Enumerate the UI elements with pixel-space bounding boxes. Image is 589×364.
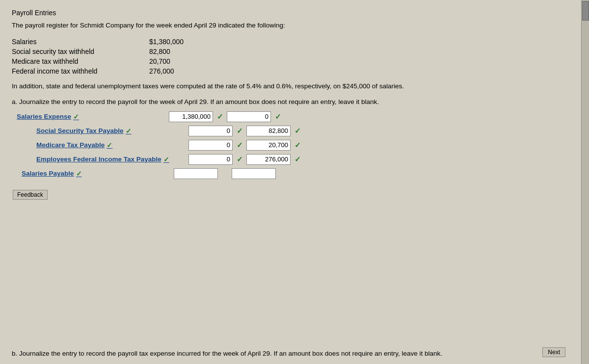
data-value-federal: 276,000 <box>149 67 198 75</box>
additional-info: In addition, state and federal unemploym… <box>12 82 577 91</box>
feedback-button[interactable]: Feedback <box>13 190 48 200</box>
credit-check-medicare-tax: ✓ <box>292 141 303 150</box>
row-inputs-salaries-expense: ✓ ✓ <box>169 111 284 122</box>
account-label-salaries-payable: Salaries Payable ✓ <box>22 170 174 178</box>
row-inputs-medicare-tax: ✓ ✓ <box>188 140 303 151</box>
debit-check-ss-tax: ✓ <box>234 127 245 135</box>
row-inputs-ss-tax: ✓ ✓ <box>188 126 303 136</box>
check-icon-salaries-payable: ✓ <box>76 170 82 178</box>
journal-section: Salaries Expense ✓ ✓ ✓ Social Security T… <box>17 111 577 179</box>
data-value-medicare: 20,700 <box>149 57 198 65</box>
credit-input-medicare-tax[interactable] <box>246 140 291 151</box>
debit-check-salaries-expense: ✓ <box>214 112 226 121</box>
data-label-federal: Federal income tax withheld <box>12 67 149 75</box>
credit-check-ss-tax: ✓ <box>292 127 303 135</box>
data-label-medicare: Medicare tax withheld <box>12 57 149 65</box>
data-row-ss: Social security tax withheld 82,800 <box>12 48 577 55</box>
credit-check-salaries-expense: ✓ <box>272 112 284 121</box>
feedback-container: Feedback <box>12 185 577 200</box>
scrollbar-thumb[interactable] <box>582 1 589 21</box>
credit-input-ss-tax[interactable] <box>246 126 291 136</box>
check-icon-medicare-tax: ✓ <box>107 141 112 149</box>
intro-text: The payroll register for Schmidt Company… <box>12 22 577 29</box>
data-value-ss: 82,800 <box>149 48 198 55</box>
part-a-label: a. Journalize the entry to record the pa… <box>12 98 577 105</box>
data-row-federal: Federal income tax withheld 276,000 <box>12 67 577 75</box>
page-container: Payroll Entries The payroll register for… <box>0 0 589 364</box>
journal-row-medicare-tax: Medicare Tax Payable ✓ ✓ ✓ <box>36 140 577 151</box>
debit-check-fed-income-tax: ✓ <box>234 155 245 164</box>
account-label-salaries-expense: Salaries Expense ✓ <box>17 113 169 121</box>
check-icon-fed-income-tax: ✓ <box>163 156 169 163</box>
data-row-salaries: Salaries $1,380,000 <box>12 38 577 46</box>
account-label-fed-income-tax: Employees Federal Income Tax Payable ✓ <box>36 156 188 163</box>
check-icon-ss-tax: ✓ <box>126 127 132 135</box>
check-icon-salaries-expense: ✓ <box>73 113 79 121</box>
data-label-salaries: Salaries <box>12 38 149 46</box>
debit-input-salaries-expense[interactable] <box>169 111 213 122</box>
debit-input-medicare-tax[interactable] <box>188 140 233 151</box>
row-inputs-salaries-payable <box>174 168 289 179</box>
data-row-medicare: Medicare tax withheld 20,700 <box>12 57 577 65</box>
data-value-salaries: $1,380,000 <box>149 38 198 46</box>
row-inputs-fed-income-tax: ✓ ✓ <box>188 154 303 165</box>
account-label-ss-tax: Social Security Tax Payable ✓ <box>36 127 188 135</box>
journal-row-salaries-payable: Salaries Payable ✓ <box>22 168 577 179</box>
debit-check-medicare-tax: ✓ <box>234 141 245 150</box>
debit-input-salaries-payable[interactable] <box>174 168 218 179</box>
next-button[interactable]: Next <box>542 347 565 357</box>
journal-row-ss-tax: Social Security Tax Payable ✓ ✓ ✓ <box>36 126 577 136</box>
journal-row-salaries-expense: Salaries Expense ✓ ✓ ✓ <box>17 111 577 122</box>
credit-input-salaries-expense[interactable] <box>227 111 271 122</box>
debit-input-ss-tax[interactable] <box>188 126 233 136</box>
credit-input-salaries-payable[interactable] <box>232 168 276 179</box>
account-label-medicare-tax: Medicare Tax Payable ✓ <box>36 141 188 149</box>
page-title: Payroll Entries <box>12 9 577 17</box>
scrollbar[interactable] <box>581 0 589 364</box>
data-label-ss: Social security tax withheld <box>12 48 149 55</box>
part-b-label: b. Journalize the entry to record the pa… <box>12 350 577 357</box>
credit-check-fed-income-tax: ✓ <box>292 155 303 164</box>
data-table: Salaries $1,380,000 Social security tax … <box>12 38 577 75</box>
credit-input-fed-income-tax[interactable] <box>246 154 291 165</box>
debit-input-fed-income-tax[interactable] <box>188 154 233 165</box>
journal-row-fed-income-tax: Employees Federal Income Tax Payable ✓ ✓… <box>36 154 577 165</box>
